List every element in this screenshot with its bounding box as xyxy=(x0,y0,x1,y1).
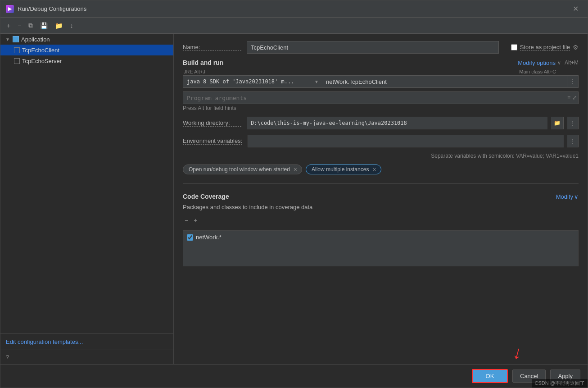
tag-allow-multiple-label: Allow multiple instances xyxy=(312,166,369,173)
env-vars-hint: Separate variables with semicolon: VAR=v… xyxy=(183,153,579,159)
prog-args-input[interactable] xyxy=(183,91,579,104)
coverage-modify-link[interactable]: Modify ∨ xyxy=(556,193,579,200)
modify-chevron-icon: ∨ xyxy=(557,60,561,66)
sidebar-item-tcpechoserver[interactable]: TcpEchoServer xyxy=(0,55,173,66)
build-run-header: Build and run Modify options ∨ Alt+M xyxy=(183,59,579,66)
hints-row: JRE Alt+J Main class Alt+C xyxy=(183,69,579,74)
build-run-title: Build and run xyxy=(183,59,223,66)
section-divider xyxy=(183,183,579,184)
press-alt-hint: Press Alt for field hints xyxy=(183,105,579,111)
remove-configuration-button[interactable]: − xyxy=(15,20,24,31)
copy-configuration-button[interactable]: ⧉ xyxy=(26,20,36,31)
env-vars-label: Environment variables: xyxy=(183,137,242,145)
env-vars-input[interactable] xyxy=(248,135,564,147)
working-dir-input[interactable] xyxy=(247,117,547,129)
title-bar: ▶ Run/Debug Configurations ✕ xyxy=(0,0,588,18)
save-icon: 💾 xyxy=(40,22,48,29)
env-vars-input-row: ⋮ xyxy=(248,135,579,147)
modify-options-link[interactable]: Modify options xyxy=(518,59,556,66)
coverage-item-checkbox[interactable] xyxy=(187,234,193,241)
tcpechoclient-label: TcpEchoClient xyxy=(22,47,59,54)
code-coverage-section: Code Coverage Modify ∨ Packages and clas… xyxy=(183,193,579,266)
coverage-add-button[interactable]: + xyxy=(192,216,199,225)
store-project-checkbox[interactable] xyxy=(511,44,517,50)
name-label: Name: xyxy=(183,44,241,51)
sidebar-item-application[interactable]: ▼ Application xyxy=(0,34,173,45)
close-button[interactable]: ✕ xyxy=(569,3,582,15)
working-dir-input-row: 📁 ⋮ xyxy=(247,117,579,129)
right-panel: Name: Store as project file ⚙ Build and … xyxy=(174,34,588,364)
coverage-list: netWork.* xyxy=(183,230,579,266)
dialog-icon: ▶ xyxy=(6,5,14,13)
working-dir-row: Working directory: 📁 ⋮ xyxy=(183,117,579,129)
modify-options-shortcut: Alt+M xyxy=(565,59,579,66)
browse-dir-button[interactable]: 📁 xyxy=(551,117,564,129)
name-input[interactable] xyxy=(247,41,499,54)
edit-templates-link[interactable]: Edit configuration templates... xyxy=(0,333,173,350)
sdk-main-class-row: java 8 SDK of 'Java20231018' m... ▼ ⋮ xyxy=(183,75,579,88)
expand-arrow-icon: ▼ xyxy=(4,36,11,43)
save-configuration-button[interactable]: 💾 xyxy=(37,20,50,31)
tcpechoserver-label: TcpEchoServer xyxy=(22,58,62,64)
coverage-modify-label: Modify xyxy=(556,193,573,200)
name-row: Name: Store as project file ⚙ xyxy=(183,41,579,54)
main-class-hint: Main class Alt+C xyxy=(519,69,556,74)
run-debug-dialog: ▶ Run/Debug Configurations ✕ + − ⧉ 💾 📁 ↕ xyxy=(0,0,588,388)
coverage-remove-button[interactable]: − xyxy=(183,216,190,225)
sdk-select[interactable]: java 8 SDK of 'Java20231018' m... ▼ xyxy=(183,75,322,88)
coverage-header: Code Coverage Modify ∨ xyxy=(183,193,579,200)
watermark: CSDN @不能再返回了 xyxy=(532,379,588,388)
help-button[interactable]: ? xyxy=(0,350,173,364)
store-project-label: Store as project file xyxy=(520,44,570,51)
working-dir-expand-icon[interactable]: ⋮ xyxy=(567,117,579,129)
coverage-title: Code Coverage xyxy=(183,193,229,200)
sort-configurations-button[interactable]: ↕ xyxy=(67,20,76,31)
config-icon-tcpechoserver xyxy=(13,57,20,64)
tag-allow-multiple-close-icon[interactable]: × xyxy=(372,166,376,173)
sidebar-item-tcpechoclient[interactable]: TcpEchoClient xyxy=(0,45,173,55)
coverage-chevron-icon: ∨ xyxy=(574,193,579,200)
sort-icon: ↕ xyxy=(70,22,73,29)
tags-row: Open run/debug tool window when started … xyxy=(183,164,579,174)
minus-icon: − xyxy=(18,22,21,29)
configurations-toolbar: + − ⧉ 💾 📁 ↕ xyxy=(0,18,588,34)
add-configuration-button[interactable]: + xyxy=(4,20,13,31)
build-and-run-section: Build and run Modify options ∨ Alt+M JRE… xyxy=(183,59,579,111)
ok-button[interactable]: OK xyxy=(472,369,508,383)
bottom-bar: ↓ OK Cancel Apply CSDN @不能再返回了 xyxy=(0,364,588,388)
text-area-icon: ≡ xyxy=(567,95,570,101)
coverage-item: netWork.* xyxy=(185,233,576,242)
config-icon-tcpechoclient xyxy=(13,46,20,54)
main-content: ▼ Application TcpEchoClient TcpEchoServe… xyxy=(0,34,588,364)
folder-icon: 📁 xyxy=(55,22,63,29)
expand-main-class-icon[interactable]: ⋮ xyxy=(567,75,579,88)
tag-allow-multiple: Allow multiple instances × xyxy=(306,164,381,174)
coverage-description: Packages and classes to include in cover… xyxy=(183,204,579,210)
prog-args-icons: ≡ ⤢ xyxy=(567,95,577,101)
prog-args-row: ≡ ⤢ xyxy=(183,91,579,104)
env-vars-expand-icon[interactable]: ⋮ xyxy=(567,135,579,147)
coverage-toolbar: − + xyxy=(183,214,579,227)
application-folder-icon xyxy=(12,36,19,43)
expand-prog-args-icon[interactable]: ⤢ xyxy=(572,95,577,101)
coverage-item-label: netWork.* xyxy=(196,234,222,241)
move-to-folder-button[interactable]: 📁 xyxy=(52,20,65,31)
tag-open-window-label: Open run/debug tool window when started xyxy=(189,166,290,173)
modify-options-area: Modify options ∨ Alt+M xyxy=(518,59,579,66)
dialog-title: Run/Debug Configurations xyxy=(18,5,569,12)
settings-gear-icon[interactable]: ⚙ xyxy=(573,44,579,51)
sdk-dropdown-arrow-icon: ▼ xyxy=(314,79,319,84)
working-dir-label: Working directory: xyxy=(183,119,241,127)
copy-icon: ⧉ xyxy=(28,22,33,29)
store-project-row: Store as project file ⚙ xyxy=(511,44,579,51)
jre-hint: JRE Alt+J xyxy=(184,69,205,74)
sdk-value: java 8 SDK of 'Java20231018' m... xyxy=(187,78,294,85)
tag-open-window-close-icon[interactable]: × xyxy=(294,166,297,173)
application-label: Application xyxy=(21,36,50,43)
sidebar: ▼ Application TcpEchoClient TcpEchoServe… xyxy=(0,34,174,364)
env-vars-row: Environment variables: ⋮ xyxy=(183,135,579,147)
plus-icon: + xyxy=(7,22,10,29)
main-class-input[interactable] xyxy=(322,75,567,88)
tag-open-window: Open run/debug tool window when started … xyxy=(183,164,302,174)
